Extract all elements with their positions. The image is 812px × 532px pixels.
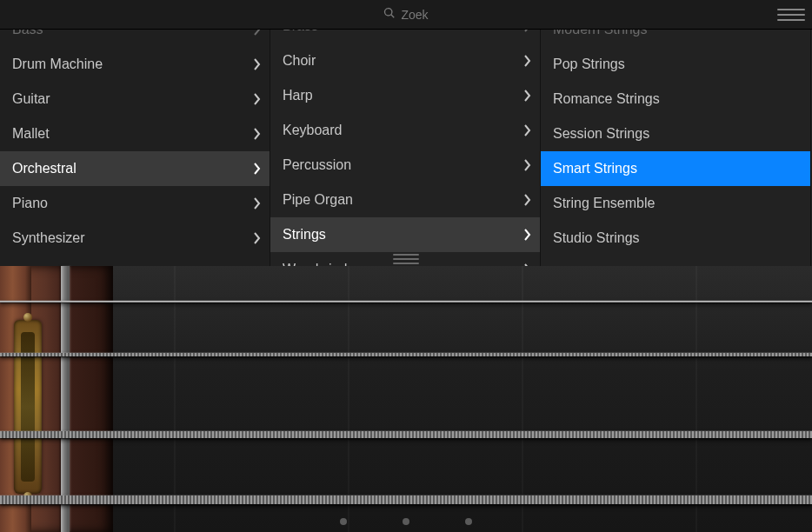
chevron-right-icon [524, 194, 531, 206]
presets-item[interactable]: Modern Strings [541, 30, 810, 47]
instrument-view[interactable] [0, 266, 812, 532]
list-item-label: Mallet [12, 126, 50, 142]
list-item-label: Bass [12, 30, 43, 37]
list-item-label: Guitar [12, 91, 50, 107]
categories-item[interactable]: Guitar [0, 82, 270, 116]
chevron-right-icon [254, 163, 261, 175]
tuner-plate [14, 320, 42, 494]
presets-item[interactable]: String Ensemble [541, 186, 810, 221]
chevron-right-icon [524, 90, 531, 102]
column-categories: BassDrum MachineGuitarMalletOrchestralPi… [0, 30, 270, 266]
chevron-right-icon [524, 159, 531, 171]
categories-item[interactable]: Bass [0, 30, 270, 47]
search-placeholder: Zoek [401, 8, 428, 22]
page-indicator [340, 518, 472, 525]
chevron-right-icon [254, 30, 261, 36]
presets-item[interactable]: Session Strings [541, 116, 810, 151]
chevron-right-icon [524, 55, 531, 67]
chevron-right-icon [254, 128, 261, 140]
chevron-right-icon [254, 58, 261, 70]
page-dot[interactable] [403, 518, 409, 525]
categories-item[interactable]: Synthesizer [0, 221, 270, 256]
column-subcategories: BrassChoirHarpKeyboardPercussionPipe Org… [270, 30, 541, 266]
chevron-right-icon [524, 30, 531, 32]
browser-resize-handle[interactable] [393, 254, 419, 264]
list-item-label: Pipe Organ [283, 192, 353, 208]
subcategories-item[interactable]: Brass [270, 30, 540, 43]
list-item-label: Orchestral [12, 161, 77, 176]
list-item-label: Session Strings [553, 126, 649, 142]
instrument-browser: BassDrum MachineGuitarMalletOrchestralPi… [0, 30, 812, 266]
chevron-right-icon [254, 197, 261, 209]
presets-item[interactable]: Romance Strings [541, 82, 810, 116]
subcategories-item[interactable]: Harp [270, 78, 540, 113]
list-item-label: Smart Strings [553, 161, 637, 176]
list-item-label: Keyboard [283, 123, 343, 138]
list-item-label: Studio Strings [553, 230, 640, 246]
subcategories-item[interactable]: Pipe Organ [270, 183, 540, 217]
presets-item[interactable]: Studio Strings [541, 221, 810, 256]
presets-item[interactable]: Smart Strings [541, 151, 810, 186]
categories-item[interactable]: Drum Machine [0, 47, 270, 82]
menu-button[interactable] [777, 6, 805, 23]
categories-item[interactable]: Orchestral [0, 151, 270, 186]
subcategories-item[interactable]: Percussion [270, 148, 540, 183]
page-dot[interactable] [465, 518, 472, 525]
categories-item[interactable]: Piano [0, 186, 270, 221]
list-item-label: Choir [283, 53, 316, 69]
categories-item[interactable]: Mallet [0, 116, 270, 151]
chevron-right-icon [524, 124, 531, 136]
list-item-label: Percussion [283, 157, 351, 173]
search-icon [383, 7, 396, 22]
list-item-label: Strings [283, 227, 326, 243]
list-item-label: Pop Strings [553, 57, 625, 72]
list-item-label: Brass [283, 30, 318, 34]
list-item-label: Piano [12, 196, 48, 211]
list-item-label: Drum Machine [12, 57, 103, 72]
presets-item[interactable]: Pop Strings [541, 47, 810, 82]
list-item-label: Synthesizer [12, 230, 85, 246]
list-item-label: Harp [283, 88, 313, 103]
page-dot[interactable] [340, 518, 347, 525]
subcategories-item[interactable]: Keyboard [270, 113, 540, 148]
categories-item[interactable]: Vintage B3 Organ [0, 256, 270, 266]
subcategories-item[interactable]: Strings [270, 217, 540, 252]
list-item-label: Modern Strings [553, 30, 648, 37]
search-field[interactable]: Zoek [383, 7, 428, 22]
chevron-right-icon [524, 229, 531, 241]
list-item-label: String Ensemble [553, 196, 655, 211]
subcategories-item[interactable]: Choir [270, 43, 540, 78]
chevron-right-icon [254, 93, 261, 105]
chevron-right-icon [254, 232, 261, 244]
list-item-label: Romance Strings [553, 91, 660, 107]
column-presets: Modern StringsPop StringsRomance Strings… [541, 30, 811, 266]
top-bar: Zoek [0, 0, 812, 30]
instrument-nut [61, 266, 70, 532]
